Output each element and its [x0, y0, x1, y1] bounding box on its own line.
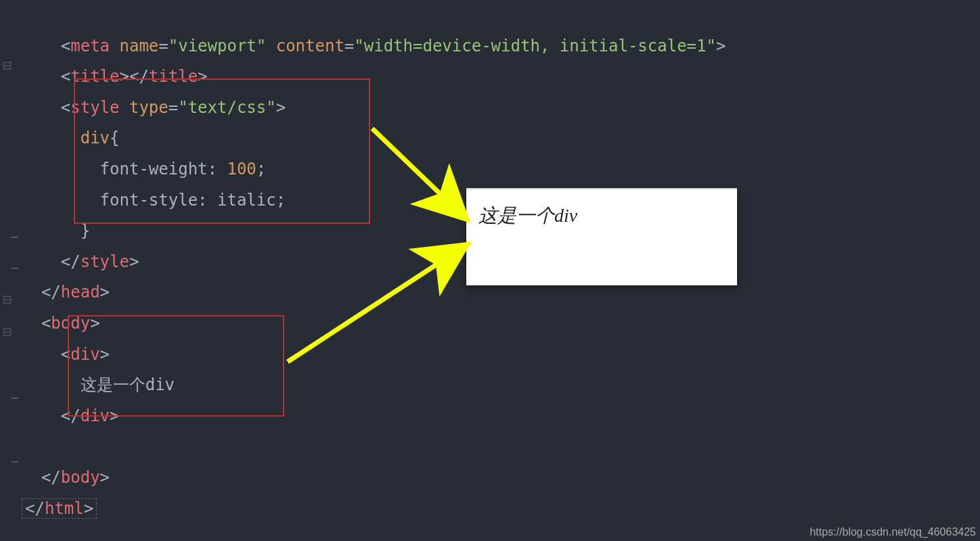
body-close: body — [61, 468, 100, 487]
html-close: html — [45, 499, 84, 518]
head-close: head — [61, 283, 100, 302]
style-attr-value: "text/css" — [178, 98, 276, 117]
div-close: div — [81, 406, 110, 425]
css-val-2: italic — [217, 191, 276, 210]
body-open: body — [51, 314, 90, 333]
browser-preview: 这是一个div — [466, 188, 737, 285]
title-tag-open: title — [70, 67, 119, 86]
div-text: 这是一个div — [81, 375, 175, 394]
css-val-1: 100 — [227, 160, 256, 179]
style-tag: style — [70, 98, 119, 117]
css-selector: div — [81, 128, 110, 147]
watermark-text: https://blog.csdn.net/qq_46063425 — [809, 526, 976, 538]
div-open: div — [70, 345, 99, 364]
title-tag-close: title — [149, 67, 198, 86]
preview-text: 这是一个div — [466, 189, 737, 229]
style-attr-name: type — [129, 98, 169, 117]
css-prop-2: font-style — [100, 191, 198, 210]
css-prop-1: font-weight — [100, 160, 208, 179]
